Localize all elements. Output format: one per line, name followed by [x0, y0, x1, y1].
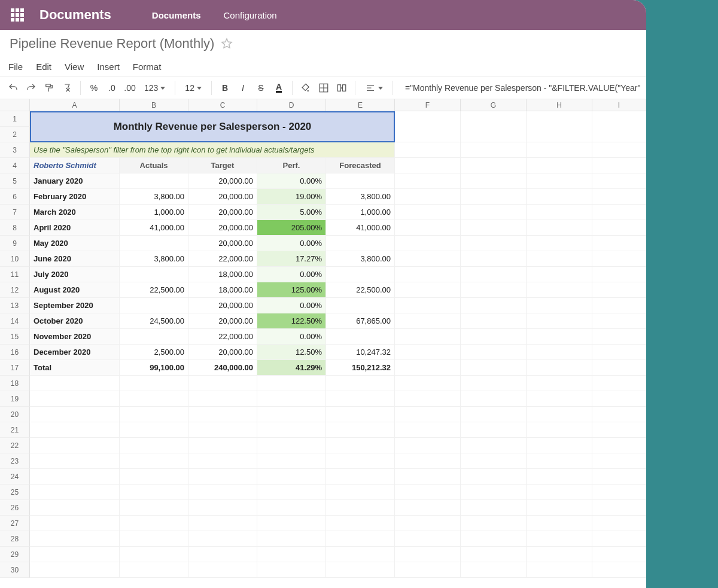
cell[interactable]	[461, 267, 527, 282]
cell[interactable]: 18,000.00	[188, 267, 257, 282]
cell[interactable]	[395, 531, 461, 547]
cell[interactable]	[592, 376, 646, 391]
row-header-24[interactable]: 24	[0, 469, 30, 485]
cell[interactable]	[527, 438, 592, 453]
cell[interactable]	[527, 345, 592, 360]
cell[interactable]: 20,000.00	[188, 173, 257, 189]
cell[interactable]	[461, 345, 527, 360]
cell[interactable]	[527, 469, 592, 485]
cell[interactable]	[592, 438, 646, 453]
row-header-30[interactable]: 30	[0, 562, 30, 578]
row-header-12[interactable]: 12	[0, 282, 30, 298]
cell[interactable]	[188, 391, 257, 407]
cell[interactable]: 3,800.00	[326, 189, 395, 205]
cell[interactable]: 99,100.00	[120, 360, 188, 376]
cell[interactable]	[461, 142, 527, 158]
cell[interactable]	[188, 469, 257, 485]
col-header-B[interactable]: B	[120, 99, 188, 111]
cell[interactable]	[120, 500, 188, 516]
row-header-19[interactable]: 19	[0, 391, 30, 407]
month-cell[interactable]: May 2020	[30, 236, 120, 251]
cell[interactable]	[461, 438, 527, 453]
row-header-20[interactable]: 20	[0, 407, 30, 422]
cell[interactable]	[461, 422, 527, 438]
cell[interactable]	[395, 453, 461, 469]
row-header-18[interactable]: 18	[0, 376, 30, 391]
menu-file[interactable]: File	[8, 62, 23, 72]
col-header-H[interactable]: H	[527, 99, 592, 111]
cell[interactable]	[395, 422, 461, 438]
cell[interactable]	[188, 485, 257, 500]
cell[interactable]	[527, 282, 592, 298]
cell[interactable]	[257, 547, 326, 562]
cell[interactable]: 10,247.32	[326, 345, 395, 360]
cell[interactable]	[395, 438, 461, 453]
cell[interactable]	[461, 220, 527, 236]
cell[interactable]: 20,000.00	[188, 298, 257, 313]
undo-icon[interactable]	[6, 80, 20, 96]
cell[interactable]	[326, 516, 395, 531]
cell[interactable]	[395, 173, 461, 189]
cell[interactable]	[527, 313, 592, 329]
cell[interactable]	[30, 453, 120, 469]
cell[interactable]	[326, 438, 395, 453]
cell[interactable]	[257, 562, 326, 578]
fill-color-icon[interactable]	[299, 80, 313, 96]
row-header-14[interactable]: 14	[0, 313, 30, 329]
cell[interactable]	[592, 500, 646, 516]
cell[interactable]	[461, 376, 527, 391]
cell[interactable]	[527, 547, 592, 562]
cell[interactable]: 22,000.00	[188, 329, 257, 345]
cell[interactable]: 20,000.00	[188, 236, 257, 251]
cell[interactable]	[592, 547, 646, 562]
clear-format-icon[interactable]	[60, 80, 74, 96]
cell[interactable]: 3,800.00	[120, 251, 188, 267]
cell[interactable]	[395, 236, 461, 251]
cell[interactable]	[120, 438, 188, 453]
nav-configuration[interactable]: Configuration	[217, 7, 282, 24]
cell[interactable]	[527, 267, 592, 282]
cell[interactable]	[188, 516, 257, 531]
month-cell[interactable]: January 2020	[30, 173, 120, 189]
cell[interactable]	[461, 236, 527, 251]
cell[interactable]	[30, 438, 120, 453]
cell[interactable]	[188, 407, 257, 422]
cell[interactable]: 5.00%	[257, 205, 326, 220]
cell[interactable]	[527, 236, 592, 251]
col-label[interactable]: Actuals	[120, 158, 188, 173]
cell[interactable]	[326, 236, 395, 251]
hint-text[interactable]: Use the "Salesperson" filter from the to…	[30, 142, 395, 158]
cell[interactable]	[592, 158, 646, 173]
col-header-D[interactable]: D	[257, 99, 326, 111]
cell[interactable]	[188, 438, 257, 453]
cell[interactable]	[257, 500, 326, 516]
cell[interactable]	[120, 391, 188, 407]
total-label[interactable]: Total	[30, 360, 120, 376]
cell[interactable]	[395, 376, 461, 391]
col-header-F[interactable]: F	[395, 99, 461, 111]
cell[interactable]: 122.50%	[257, 313, 326, 329]
cell[interactable]	[188, 500, 257, 516]
cell[interactable]	[592, 220, 646, 236]
cell[interactable]	[257, 376, 326, 391]
row-header-17[interactable]: 17	[0, 360, 30, 376]
cell[interactable]	[120, 407, 188, 422]
row-header-5[interactable]: 5	[0, 173, 30, 189]
row-header-15[interactable]: 15	[0, 329, 30, 345]
borders-icon[interactable]	[317, 80, 331, 96]
cell[interactable]: 22,000.00	[188, 251, 257, 267]
cell[interactable]: 0.00%	[257, 267, 326, 282]
cell[interactable]	[257, 438, 326, 453]
month-cell[interactable]: June 2020	[30, 251, 120, 267]
cell[interactable]	[461, 205, 527, 220]
cell[interactable]	[592, 205, 646, 220]
cell[interactable]	[461, 531, 527, 547]
format-percent[interactable]: %	[87, 80, 101, 96]
cell[interactable]	[461, 453, 527, 469]
cell[interactable]	[395, 360, 461, 376]
cell[interactable]	[326, 298, 395, 313]
cell[interactable]	[527, 158, 592, 173]
cell[interactable]	[461, 282, 527, 298]
cell[interactable]	[30, 469, 120, 485]
paint-format-icon[interactable]	[42, 80, 56, 96]
